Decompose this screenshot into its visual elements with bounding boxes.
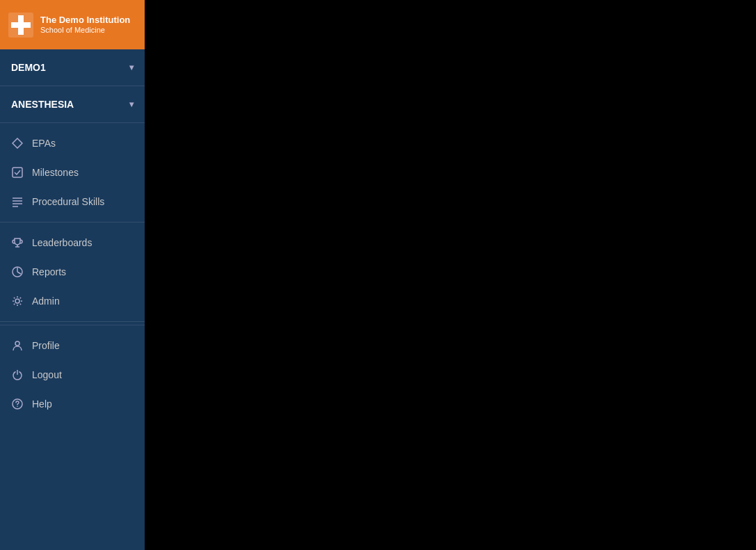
- chart-icon: [11, 266, 24, 278]
- logo-subtitle: School of Medicine: [40, 25, 130, 35]
- logo-title: The Demo Institution: [40, 15, 130, 26]
- power-icon: [11, 369, 24, 381]
- role-dropdown[interactable]: ANESTHESIA ▾: [0, 86, 145, 123]
- sidebar-item-milestones[interactable]: Milestones: [0, 158, 145, 187]
- sidebar-item-epas[interactable]: EPAs: [0, 129, 145, 158]
- svg-rect-4: [13, 168, 22, 177]
- trophy-icon: [11, 236, 24, 249]
- svg-marker-3: [13, 138, 22, 148]
- sidebar-item-admin[interactable]: Admin: [0, 286, 145, 316]
- sidebar-item-epas-label: EPAs: [32, 138, 56, 149]
- user-dropdown[interactable]: DEMO1 ▾: [0, 49, 145, 86]
- role-dropdown-label: ANESTHESIA: [11, 99, 74, 110]
- svg-line-13: [17, 272, 21, 274]
- sidebar-item-logout-label: Logout: [32, 369, 62, 380]
- secondary-nav-section: Leaderboards Reports Admin: [0, 223, 145, 322]
- sidebar-item-leaderboards-label: Leaderboards: [32, 237, 92, 248]
- sidebar-item-reports-label: Reports: [32, 266, 66, 277]
- bottom-nav-section: Profile Logout Help: [0, 325, 145, 424]
- diamond-icon: [11, 137, 24, 149]
- main-content: [145, 0, 756, 550]
- sidebar-item-profile[interactable]: Profile: [0, 331, 145, 360]
- svg-point-14: [15, 299, 19, 303]
- logo-text: The Demo Institution School of Medicine: [40, 15, 130, 35]
- list-icon: [11, 195, 24, 208]
- user-dropdown-arrow: ▾: [129, 63, 134, 72]
- sidebar-item-leaderboards[interactable]: Leaderboards: [0, 228, 145, 257]
- main-nav-section: EPAs Milestones Procedural S: [0, 123, 145, 223]
- check-square-icon: [11, 166, 24, 179]
- logo-icon: [8, 13, 33, 38]
- sidebar-item-admin-label: Admin: [32, 296, 60, 307]
- sidebar-item-milestones-label: Milestones: [32, 167, 79, 178]
- question-icon: [11, 398, 24, 410]
- sidebar-item-profile-label: Profile: [32, 340, 60, 351]
- gear-icon: [11, 295, 24, 307]
- svg-rect-2: [11, 22, 31, 28]
- user-icon: [11, 339, 24, 352]
- sidebar-item-help-label: Help: [32, 398, 52, 410]
- sidebar-item-logout[interactable]: Logout: [0, 360, 145, 389]
- svg-point-18: [17, 406, 18, 407]
- sidebar: The Demo Institution School of Medicine …: [0, 0, 145, 550]
- logo-area: The Demo Institution School of Medicine: [0, 0, 145, 49]
- sidebar-item-help[interactable]: Help: [0, 389, 145, 419]
- user-dropdown-label: DEMO1: [11, 62, 46, 73]
- role-dropdown-arrow: ▾: [129, 99, 134, 109]
- sidebar-item-procedural-skills[interactable]: Procedural Skills: [0, 187, 145, 216]
- sidebar-item-reports[interactable]: Reports: [0, 257, 145, 286]
- sidebar-item-procedural-skills-label: Procedural Skills: [32, 196, 104, 207]
- svg-point-15: [15, 341, 19, 346]
